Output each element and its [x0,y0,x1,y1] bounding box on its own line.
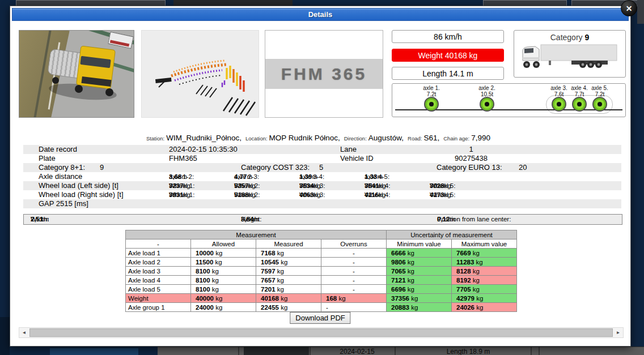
photo-shape [52,77,59,84]
screen: 2024-02-15 Length 18.9 m Details [0,0,644,355]
cell-unit: kg [213,259,222,266]
cell-value: 10000 [196,250,214,256]
info-item: Wheel 3: 3534 kg [299,181,314,190]
item-label: Wheel 5: [430,190,455,199]
close-button[interactable]: ✕ [621,0,637,16]
station-label: Direction: [344,135,367,142]
info-item: axle 2-3: 4,77 m [234,172,247,181]
plate-band: FHM 365 [265,59,383,89]
info-label: GAP 2515 [ms] [39,199,88,208]
table-row: Axle load 211500 kg10545 kg-9806 kg11283… [126,258,517,267]
cell-unit: kg [409,304,418,311]
cell-unit: kg [276,268,284,275]
cell-unit: kg [210,268,219,275]
info-value: 90275438 [420,154,522,163]
item-unit: kg [314,181,321,190]
table-cell: 7065 kg [387,267,452,276]
info-label: Lane [340,145,357,154]
info-item: Wheel 3: 4063 kg [299,190,314,199]
cell-unit: kg [406,250,414,256]
cell-unit: kg [279,304,287,311]
info-row: Wheel load (Right side) [t]Wheel 1: 3931… [23,190,621,199]
cell-unit: kg [279,295,287,302]
cell-unit: kg [406,268,414,275]
table-row: Axle group 124000 kg22455 kg-20883 kg240… [126,303,517,312]
cell-value: 37356 [391,295,409,302]
table-cell: 10000 kg [191,249,256,258]
weight-box: Weight 40168 kg [392,49,504,62]
table-row: Axle load 48100 kg7657 kg-7121 kg8192 kg [126,276,517,285]
item-unit: kg [314,190,321,199]
wheel-hub [577,102,582,106]
cell-value: 7669 [456,250,471,256]
table-cell: 6696 kg [387,285,452,294]
divider [531,347,532,355]
lidar-svg [142,31,259,117]
table-group-header-row: MeasurementUncertainty of measurement [126,230,517,239]
horizontal-scrollbar: ◄ ► [19,327,624,338]
dimension-item: Width: 2,51 m [31,215,43,224]
speed-box: 86 km/h [392,30,504,43]
cell-value: 8100 [196,268,210,275]
length-value: Length 14.1 m [422,69,473,78]
item-label: Wheel 3: [299,181,325,190]
item-label: Wheel 4: [365,181,390,190]
background-panel [50,348,138,355]
cell-value: 11283 [456,259,474,266]
item-label: Wheel 1: [169,190,194,199]
cell-value: 24026 [456,304,474,311]
cell-unit: kg [214,295,222,302]
background-length-cell: Length 18.9 m [423,348,514,355]
speed-value: 86 km/h [434,32,462,41]
info-label: Category 8+1: [39,163,85,172]
info-value: 20 [519,163,527,172]
wheel-hub [485,102,489,106]
dialog-titlebar: Details [12,8,629,21]
table-cell: 7657 kg [256,276,321,285]
background-date-cell: 2024-02-15 [312,348,402,355]
info-label: Plate [39,154,56,163]
cell-unit: kg [471,250,480,256]
info-value: 9 [100,163,104,172]
scroll-left-icon[interactable]: ◄ [19,328,29,337]
background-image [173,0,293,6]
vehicle-photo-image [19,30,134,118]
cell-value: 7705 [456,286,471,293]
cell-unit: kg [406,286,414,293]
info-item: Wheel 1: 3237 kg [169,181,184,190]
cell-value: 7597 [261,268,276,275]
cell-unit: kg [471,268,480,275]
category-value: 9 [584,33,589,42]
info-row: Category 8+1:9Category COST 323:5Categor… [23,163,621,172]
measurement-table: MeasurementUncertainty of measurement-Al… [125,230,517,312]
scroll-right-icon[interactable]: ► [613,328,623,337]
download-pdf-button[interactable]: Download PDF [290,312,350,324]
column-header-cell: Measured [256,239,321,249]
info-row: PlateFHM365Vehicle ID90275438 [23,154,621,163]
table-cell: 7121 kg [387,276,452,285]
table-cell: - [321,276,387,285]
cell-value: 8100 [196,286,210,293]
table-cell: - [321,258,387,267]
cell-value: 40000 [196,295,214,302]
info-item: axle 4-5: 1,33 m [365,172,377,181]
cell-unit: kg [279,259,287,266]
photo-shape [105,88,113,96]
cell-value: 8128 [456,268,471,275]
dimensions-bar: Width: 2,51 mHeight: 3,84 mPosition from… [23,214,622,225]
group-header-cell: Uncertainty of measurement [387,230,517,239]
scrollbar-thumb[interactable] [29,328,613,337]
info-label: Axle distance [39,172,82,181]
item-label: Wheel 2: [234,181,260,190]
table-row: Axle load 58100 kg7201 kg-6696 kg7705 kg [126,285,517,294]
item-unit: kg [379,181,386,190]
table-cell: 7201 kg [256,285,321,294]
license-plate-image: FHM 365 [265,30,383,118]
cell-value: 8100 [196,277,210,284]
table-cell: 11283 kg [452,258,517,267]
item-unit: m [247,172,252,181]
cell-value: 7065 [391,268,406,275]
item-label: Wheel 2: [234,190,260,199]
cell-unit: kg [276,277,284,284]
info-row: Axle distanceaxle 1-2: 3,68 maxle 2-3: 4… [23,172,621,181]
